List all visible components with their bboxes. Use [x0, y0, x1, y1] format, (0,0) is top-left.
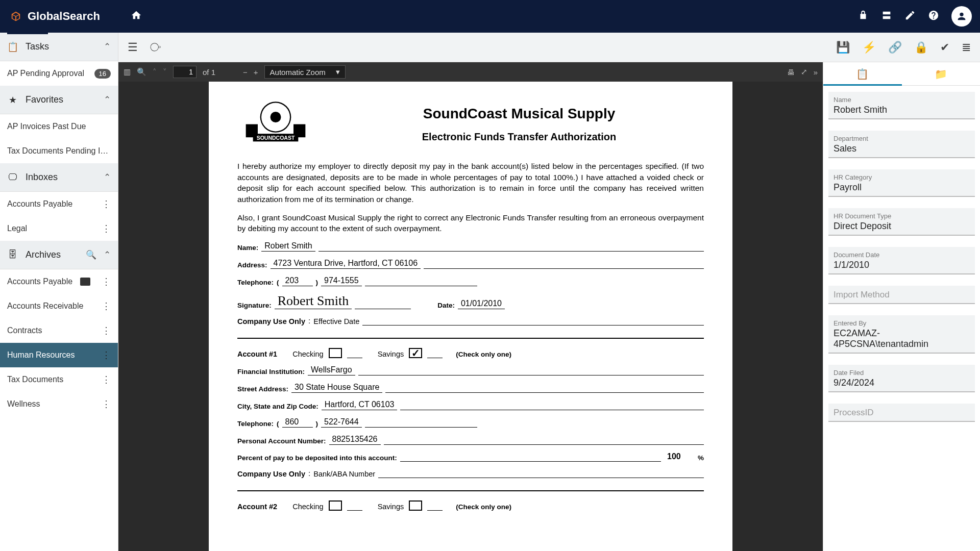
more-icon[interactable]: ⋮ [102, 398, 111, 410]
doc-field-fi: WellsFargo [308, 365, 355, 375]
page-up-icon[interactable]: ˄ [153, 67, 157, 77]
checklist-icon[interactable]: ✔ [940, 41, 949, 54]
bolt-icon[interactable]: ⚡ [862, 41, 876, 54]
meta-field-entered-by[interactable]: Entered ByEC2AMAZ-4P5CSNA\tenantadmin [828, 315, 975, 354]
field-label: Date Filed [834, 369, 970, 377]
more-icon[interactable]: ⋮ [102, 325, 111, 336]
sidebar-item-ap-invoices-past-due[interactable]: AP Invoices Past Due [0, 114, 118, 139]
meta-field-hr-document-type[interactable]: HR Document TypeDirect Deposit [828, 208, 975, 236]
page-number-input[interactable] [173, 66, 197, 78]
brand-logo[interactable]: GlobalSearch [8, 9, 100, 24]
main-toolbar: ☰ ⧂ 💾 ⚡ 🔗 🔒 ✔ ≣ [118, 33, 980, 62]
more-icon[interactable]: ⋮ [102, 374, 111, 385]
doc-field-name: Robert Smith [261, 241, 315, 252]
search-in-doc-icon[interactable]: 🔍 [137, 67, 146, 77]
home-icon[interactable] [131, 10, 142, 23]
more-icon[interactable]: ⋮ [102, 223, 111, 234]
page-of-label: of 1 [203, 68, 215, 77]
sidebar-item-archive-hr[interactable]: Human Resources ⋮ [0, 343, 118, 367]
sidebar-item-ap-pending[interactable]: AP Pending Approval 16 [0, 61, 118, 86]
doc-paragraph: I hereby authorize my employer to direct… [237, 161, 704, 205]
edit-icon[interactable] [904, 10, 916, 23]
clipboard-icon: 📋 [856, 68, 869, 80]
sidebar-section-label: Favorites [26, 94, 96, 105]
field-label: Department [834, 135, 970, 142]
meta-field-processid[interactable]: ProcessID [828, 404, 975, 422]
field-label: HR Category [834, 173, 970, 181]
chevron-up-icon: ⌃ [104, 172, 111, 183]
sidebar-item-archive-wellness[interactable]: Wellness ⋮ [0, 392, 118, 416]
menu-icon[interactable]: ☰ [128, 41, 138, 54]
meta-field-name[interactable]: NameRobert Smith [828, 92, 975, 119]
zoom-in-icon[interactable]: + [254, 68, 258, 77]
sidebar-item-archive-ap[interactable]: Accounts Payable ⋮ [0, 269, 118, 294]
secure-doc-icon[interactable]: 🔒 [914, 41, 928, 54]
save-icon[interactable]: 💾 [836, 41, 850, 54]
sidebar-section-favorites[interactable]: ★ Favorites ⌃ [0, 86, 118, 114]
doc-paragraph: Also, I grant SoundCoast Musical Supply … [237, 212, 704, 234]
checkbox-checking-1 [329, 348, 342, 358]
folder-icon [80, 278, 90, 286]
metadata-panel: 📋 📁 NameRobert SmithDepartmentSalesHR Ca… [823, 62, 980, 551]
sidebar-section-tasks[interactable]: 📋 Tasks ⌃ [0, 33, 118, 61]
field-label: ProcessID [834, 408, 970, 418]
field-value: Robert Smith [834, 104, 970, 115]
field-value: 1/1/2010 [834, 259, 970, 270]
tab-fields[interactable]: 📋 [823, 62, 902, 85]
page-down-icon[interactable]: ˅ [163, 67, 167, 77]
list-icon[interactable]: ≣ [962, 41, 971, 54]
chevron-up-icon: ⌃ [104, 94, 111, 105]
meta-field-import-method[interactable]: Import Method [828, 286, 975, 304]
tab-folder[interactable]: 📁 [902, 62, 981, 85]
lock-icon[interactable] [857, 10, 869, 23]
sidebar-item-accounts-payable[interactable]: Accounts Payable ⋮ [0, 192, 118, 216]
sidebar-item-archive-tax[interactable]: Tax Documents ⋮ [0, 367, 118, 392]
link-icon[interactable]: 🔗 [888, 41, 902, 54]
sidebar-item-archive-ar[interactable]: Accounts Receivable ⋮ [0, 294, 118, 318]
sidebar-section-label: Tasks [26, 41, 96, 52]
sidebar-section-archives[interactable]: 🗄 Archives 🔍 ⌃ [0, 241, 118, 269]
field-value: Sales [834, 142, 970, 154]
meta-field-department[interactable]: DepartmentSales [828, 131, 975, 158]
sidebar-section-label: Archives [26, 249, 78, 260]
document-page: SOUNDCOAST SoundCoast Musical Supply Ele… [209, 82, 732, 551]
chevron-up-icon: ⌃ [104, 249, 111, 260]
more-icon[interactable]: ⋮ [102, 349, 111, 361]
doc-field-pan: 8825135426 [329, 435, 381, 445]
sidebar-item-tax-docs-pending[interactable]: Tax Documents Pending Inde… [0, 139, 118, 163]
svg-text:SOUNDCOAST: SOUNDCOAST [257, 135, 295, 141]
avatar[interactable] [951, 6, 972, 27]
preview-search-icon[interactable]: ⧂ [150, 41, 161, 54]
checkbox-checking-2 [329, 500, 342, 511]
open-external-icon[interactable]: ⤢ [801, 67, 807, 77]
sidebar-toggle-icon[interactable]: ▥ [124, 67, 131, 77]
zoom-select[interactable]: Automatic Zoom▾ [264, 65, 346, 79]
more-icon[interactable]: ⋮ [102, 276, 111, 287]
checkbox-savings-2 [409, 500, 422, 511]
field-label: Entered By [834, 319, 970, 327]
more-tools-icon[interactable]: » [814, 68, 818, 77]
inbox-icon: 🖵 [7, 172, 18, 183]
tasks-icon: 📋 [7, 41, 18, 53]
sidebar-section-inboxes[interactable]: 🖵 Inboxes ⌃ [0, 163, 118, 192]
sidebar-section-label: Inboxes [26, 172, 96, 183]
zoom-out-icon[interactable]: − [243, 68, 248, 77]
field-value: Payroll [834, 181, 970, 193]
sidebar: 📋 Tasks ⌃ AP Pending Approval 16 ★ Favor… [0, 33, 118, 551]
meta-field-document-date[interactable]: Document Date1/1/2010 [828, 247, 975, 274]
search-icon[interactable]: 🔍 [85, 249, 96, 260]
meta-field-hr-category[interactable]: HR CategoryPayroll [828, 169, 975, 197]
more-icon[interactable]: ⋮ [102, 300, 111, 312]
print-icon[interactable]: 🖶 [787, 68, 795, 77]
doc-field-pct: 100 [664, 452, 695, 462]
brand-name: GlobalSearch [28, 10, 100, 23]
server-icon[interactable] [881, 10, 892, 23]
more-icon[interactable]: ⋮ [102, 198, 111, 210]
sidebar-item-legal[interactable]: Legal ⋮ [0, 216, 118, 241]
sidebar-item-archive-contracts[interactable]: Contracts ⋮ [0, 318, 118, 343]
doc-field-date: 01/01/2010 [458, 299, 505, 309]
help-icon[interactable] [928, 10, 939, 23]
doc-subtitle: Electronic Funds Transfer Authorization [334, 131, 704, 143]
field-value: Direct Deposit [834, 220, 970, 232]
meta-field-date-filed[interactable]: Date Filed9/24/2024 [828, 365, 975, 392]
